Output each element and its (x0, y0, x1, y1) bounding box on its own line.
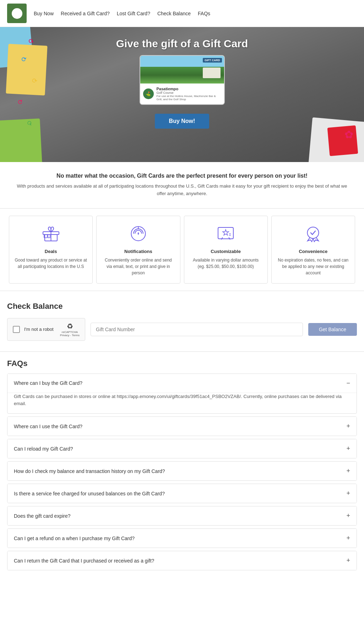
faq-question-3: How do I check my balance and transactio… (14, 468, 165, 474)
faq-toggle-1: + (346, 423, 350, 430)
promo-section: No matter what the occasion, Gift Cards … (0, 162, 364, 209)
gift-card-desc: For use at the Hollins House, MacKenzie … (157, 95, 221, 101)
nav-link-check-balance-nav[interactable]: Check Balance (157, 11, 191, 16)
gift-card-subtitle: Golf Course (157, 91, 221, 95)
svg-marker-10 (223, 230, 229, 235)
feature-desc-notifications: Conveniently order online and send via e… (102, 257, 174, 276)
gift-card-info: Pasatiempo Golf Course For use at the Ho… (157, 87, 221, 101)
site-logo[interactable] (7, 4, 27, 23)
svg-point-15 (308, 227, 319, 238)
faq-toggle-2: + (346, 445, 350, 452)
faqs-list: Where can I buy the Gift Card? − Gift Ca… (7, 373, 357, 571)
recaptcha-label: I'm not a robot (24, 327, 54, 332)
feature-card-notifications: ! Notifications Conveniently order onlin… (96, 216, 180, 284)
features-section: Deals Good toward any product or service… (0, 209, 364, 291)
faq-header-6[interactable]: Can I get a refund on a when I purchase … (7, 529, 357, 548)
recaptcha-icon: ♻ (67, 322, 73, 330)
hero-buy-button[interactable]: Buy Now! (155, 114, 210, 129)
faq-item-7: Can I return the Gift Card that I purcha… (7, 551, 357, 570)
feature-title-customizable: Customizable (211, 249, 241, 254)
faq-item-5: Does the gift card expire? + (7, 506, 357, 526)
gift-card-bottom: ⛳ Pasatiempo Golf Course For use at the … (140, 84, 224, 104)
feature-desc-customizable: Available in varying dollar amounts (eg.… (190, 257, 262, 270)
faq-item-6: Can I get a refund on a when I purchase … (7, 528, 357, 548)
faq-toggle-3: + (346, 467, 350, 475)
hero-title: Give the gift of a Gift Card (116, 38, 248, 50)
faq-header-0[interactable]: Where can I buy the Gift Card? − (7, 374, 357, 393)
svg-rect-4 (48, 235, 50, 238)
faq-item-2: Can I reload my Gift Card? + (7, 439, 357, 458)
faq-toggle-7: + (346, 557, 350, 564)
nav-link-faqs-nav[interactable]: FAQs (198, 11, 210, 16)
gift-card-number-input[interactable] (91, 323, 303, 336)
faq-question-0: Where can I buy the Gift Card? (14, 380, 82, 386)
balance-form: I'm not a robot ♻ reCAPTCHA Privacy - Te… (7, 318, 357, 341)
faq-question-1: Where can I use the Gift Card? (14, 424, 82, 429)
faq-question-6: Can I get a refund on a when I purchase … (14, 536, 135, 541)
navigation: Buy NowReceived a Gift Card?Lost Gift Ca… (0, 0, 364, 27)
golf-course-logo: ⛳ (143, 88, 154, 99)
recaptcha-checkbox[interactable] (13, 326, 20, 333)
bell-icon: ! (127, 223, 149, 244)
feature-card-deals: Deals Good toward any product or service… (9, 216, 93, 284)
faq-item-1: Where can I use the Gift Card? + (7, 416, 357, 436)
badge-icon (303, 223, 324, 244)
feature-title-deals: Deals (45, 249, 57, 254)
faq-header-3[interactable]: How do I check my balance and transactio… (7, 462, 357, 480)
faqs-title: FAQs (7, 359, 357, 368)
gift-card-badge-label: GIFT CARD (203, 58, 222, 63)
golf-ball-icon (12, 8, 22, 19)
faq-item-4: Is there a service fee charged for unuse… (7, 484, 357, 503)
recaptcha-privacy: Privacy - Terms (60, 334, 80, 337)
feature-card-convenience: Convenience No expiration dates, no fees… (271, 216, 355, 284)
check-balance-section: Check Balance I'm not a robot ♻ reCAPTCH… (0, 291, 364, 352)
promo-title: No matter what the occasion, Gift Cards … (14, 173, 350, 179)
gift-card-preview: GIFT CARD ⛳ Pasatiempo Golf Course For u… (140, 55, 225, 105)
faq-answer-0: Gift Cards can be purchased in stores or… (7, 393, 357, 414)
star-icon (215, 223, 237, 244)
feature-title-notifications: Notifications (124, 249, 152, 254)
check-balance-title: Check Balance (7, 302, 357, 311)
faq-toggle-0: − (346, 380, 350, 387)
feature-title-convenience: Convenience (299, 249, 327, 254)
promo-desc: With products and services available at … (14, 183, 350, 198)
gift-card-image: GIFT CARD (140, 56, 224, 84)
faq-header-1[interactable]: Where can I use the Gift Card? + (7, 417, 357, 436)
nav-link-lost-gift-card[interactable]: Lost Gift Card? (117, 11, 150, 16)
faq-header-2[interactable]: Can I reload my Gift Card? + (7, 439, 357, 458)
recaptcha-widget[interactable]: I'm not a robot ♻ reCAPTCHA Privacy - Te… (7, 318, 85, 341)
faq-toggle-4: + (346, 490, 350, 497)
feature-card-customizable: Customizable Available in varying dollar… (184, 216, 268, 284)
get-balance-button[interactable]: Get Balance (308, 323, 357, 336)
faq-toggle-5: + (346, 512, 350, 520)
feature-desc-deals: Good toward any product or service at al… (15, 257, 87, 270)
faq-header-4[interactable]: Is there a service fee charged for unuse… (7, 484, 357, 503)
faq-item-3: How do I check my balance and transactio… (7, 461, 357, 481)
faq-question-7: Can I return the Gift Card that I purcha… (14, 558, 154, 564)
faq-item-0: Where can I buy the Gift Card? − Gift Ca… (7, 373, 357, 414)
faq-header-7[interactable]: Can I return the Gift Card that I purcha… (7, 551, 357, 570)
faq-toggle-6: + (346, 534, 350, 542)
feature-desc-convenience: No expiration dates, no fees, and can be… (277, 257, 349, 276)
gift-icon (40, 223, 61, 244)
svg-text:!: ! (138, 232, 139, 236)
recaptcha-logo: ♻ reCAPTCHA Privacy - Terms (60, 322, 80, 337)
faq-question-4: Is there a service fee charged for unuse… (14, 491, 165, 496)
faq-question-2: Can I reload my Gift Card? (14, 446, 73, 452)
hero-content: Give the gift of a Gift Card GIFT CARD ⛳… (0, 27, 364, 129)
nav-link-buy-now[interactable]: Buy Now (34, 11, 54, 16)
faqs-section: FAQs Where can I buy the Gift Card? − Gi… (0, 352, 364, 581)
recaptcha-brand: reCAPTCHA (60, 330, 80, 334)
faq-question-5: Does the gift card expire? (14, 513, 71, 519)
faq-header-5[interactable]: Does the gift card expire? + (7, 506, 357, 525)
gift-card-name: Pasatiempo (157, 87, 221, 91)
nav-link-received-gift-card[interactable]: Received a Gift Card? (61, 11, 110, 16)
nav-links: Buy NowReceived a Gift Card?Lost Gift Ca… (34, 11, 210, 16)
hero-section: ⟳ ⟳ ⟳ ⟳ ⟳ ✿ Give the gift of a Gift Card… (0, 27, 364, 162)
